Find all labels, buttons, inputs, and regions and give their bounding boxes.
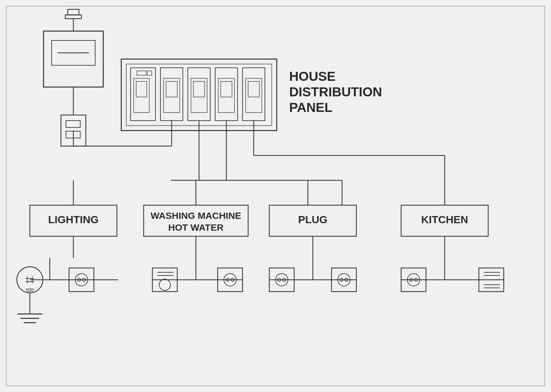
panel-label-line1: HOUSE — [289, 69, 336, 84]
kitchen-label: KITCHEN — [421, 214, 468, 225]
plug-label: PLUG — [298, 214, 327, 225]
washing-label: WASHING MACHINE — [150, 210, 241, 221]
lighting-label: LIGHTING — [48, 214, 99, 225]
panel-label-line3: PANEL — [289, 100, 332, 115]
panel-label-line2: DISTRIBUTION — [289, 85, 382, 99]
hot-water-label: HOT WATER — [168, 222, 224, 233]
diagram-container: HOUSE DISTRIBUTION PANEL — [0, 0, 551, 392]
